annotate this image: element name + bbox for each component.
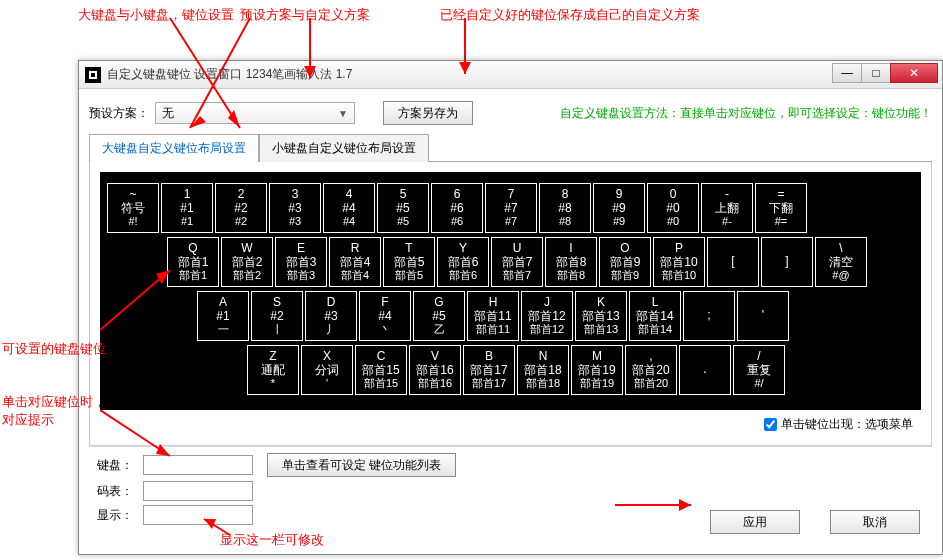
minimize-button[interactable]: —: [832, 63, 862, 83]
tab-big-keyboard[interactable]: 大键盘自定义键位布局设置: [89, 134, 259, 162]
annotation-text: 预设方案与自定义方案: [240, 6, 370, 24]
annotation-text: 显示这一栏可修改: [220, 531, 324, 549]
key-1[interactable]: 1#1#1: [161, 183, 213, 233]
key-=[interactable]: =下翻#=: [755, 183, 807, 233]
key-j[interactable]: J部首12部首12: [521, 291, 573, 341]
window-title: 自定义键盘键位 设置窗口 1234笔画输入法 1.7: [107, 66, 352, 83]
chevron-down-icon: ▼: [338, 108, 348, 119]
key-~[interactable]: ~符号#!: [107, 183, 159, 233]
key-z[interactable]: Z通配*: [247, 345, 299, 395]
maximize-button[interactable]: □: [861, 63, 891, 83]
key-3[interactable]: 3#3#3: [269, 183, 321, 233]
code-field[interactable]: [143, 481, 253, 501]
display-field[interactable]: [143, 505, 253, 525]
close-button[interactable]: ✕: [890, 63, 938, 83]
key-h[interactable]: H部首11部首11: [467, 291, 519, 341]
keyboard-field[interactable]: [143, 455, 253, 475]
key-o[interactable]: O部首9部首9: [599, 237, 651, 287]
key-2[interactable]: 2#2#2: [215, 183, 267, 233]
annotation-text: 大键盘与小键盘，键位设置: [78, 6, 234, 24]
app-icon: [85, 67, 101, 83]
key-0[interactable]: 0#0#0: [647, 183, 699, 233]
help-text: 自定义键盘设置方法：直接单击对应键位，即可选择设定：键位功能！: [560, 105, 932, 122]
key-\[interactable]: \清空#@: [815, 237, 867, 287]
key-k[interactable]: K部首13部首13: [575, 291, 627, 341]
key-d[interactable]: D#3丿: [305, 291, 357, 341]
key-7[interactable]: 7#7#7: [485, 183, 537, 233]
key-s[interactable]: S#2丨: [251, 291, 303, 341]
key-p[interactable]: P部首10部首10: [653, 237, 705, 287]
cancel-button[interactable]: 取消: [830, 510, 920, 534]
key-8[interactable]: 8#8#8: [539, 183, 591, 233]
show-menu-checkbox[interactable]: [764, 418, 777, 431]
annotation-text: 单击对应键位时， 对应提示: [2, 393, 106, 429]
key-n[interactable]: N部首18部首18: [517, 345, 569, 395]
key-b[interactable]: B部首17部首17: [463, 345, 515, 395]
key-y[interactable]: Y部首6部首6: [437, 237, 489, 287]
key-,[interactable]: ,部首20部首20: [625, 345, 677, 395]
key-q[interactable]: Q部首1部首1: [167, 237, 219, 287]
titlebar: 自定义键盘键位 设置窗口 1234笔画输入法 1.7 — □ ✕: [79, 61, 942, 89]
key-.[interactable]: .: [679, 345, 731, 395]
key-r[interactable]: R部首4部首4: [329, 237, 381, 287]
keyboard-panel: ~符号#!1#1#12#2#23#3#34#4#45#5#56#6#67#7#7…: [100, 172, 921, 410]
key-u[interactable]: U部首7部首7: [491, 237, 543, 287]
key-e[interactable]: E部首3部首3: [275, 237, 327, 287]
tab-small-keyboard[interactable]: 小键盘自定义键位布局设置: [259, 134, 429, 162]
key-9[interactable]: 9#9#9: [593, 183, 645, 233]
dialog-window: 自定义键盘键位 设置窗口 1234笔画输入法 1.7 — □ ✕ 预设方案： 无…: [78, 60, 943, 555]
display-field-label: 显示：: [97, 507, 143, 524]
preset-select[interactable]: 无 ▼: [155, 102, 355, 124]
key-5[interactable]: 5#5#5: [377, 183, 429, 233]
annotation-text: 可设置的键盘键位: [2, 340, 106, 358]
save-as-button[interactable]: 方案另存为: [383, 101, 473, 125]
key-6[interactable]: 6#6#6: [431, 183, 483, 233]
key-'[interactable]: ': [737, 291, 789, 341]
apply-button[interactable]: 应用: [710, 510, 800, 534]
keyboard-field-label: 键盘：: [97, 457, 143, 474]
key-4[interactable]: 4#4#4: [323, 183, 375, 233]
key-/[interactable]: /重复#/: [733, 345, 785, 395]
key--[interactable]: -上翻#-: [701, 183, 753, 233]
key-l[interactable]: L部首14部首14: [629, 291, 681, 341]
key-m[interactable]: M部首19部首19: [571, 345, 623, 395]
key-f[interactable]: F#4丶: [359, 291, 411, 341]
preset-label: 预设方案：: [89, 105, 149, 122]
key-][interactable]: ]: [761, 237, 813, 287]
key-c[interactable]: C部首15部首15: [355, 345, 407, 395]
key-a[interactable]: A#1一: [197, 291, 249, 341]
code-field-label: 码表：: [97, 483, 143, 500]
key-w[interactable]: W部首2部首2: [221, 237, 273, 287]
key-[[interactable]: [: [707, 237, 759, 287]
show-menu-label: 单击键位出现：选项菜单: [781, 416, 913, 433]
key-g[interactable]: G#5乙: [413, 291, 465, 341]
view-function-list-button[interactable]: 单击查看可设定 键位功能列表: [267, 453, 456, 477]
key-t[interactable]: T部首5部首5: [383, 237, 435, 287]
key-v[interactable]: V部首16部首16: [409, 345, 461, 395]
key-;[interactable]: ;: [683, 291, 735, 341]
key-x[interactable]: X分词': [301, 345, 353, 395]
preset-value: 无: [162, 105, 174, 122]
key-i[interactable]: I部首8部首8: [545, 237, 597, 287]
annotation-text: 已经自定义好的键位保存成自己的自定义方案: [440, 6, 700, 24]
